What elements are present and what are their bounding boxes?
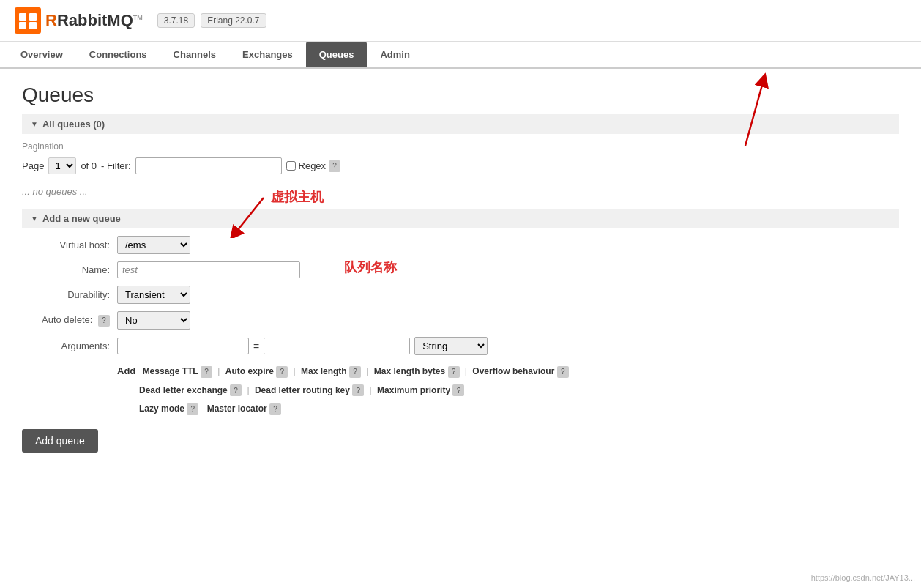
arg-key-input[interactable]	[117, 338, 249, 354]
annotation-vhost-text: 虚拟主机	[271, 188, 324, 206]
pagination-row: Page 1 of 0 - Filter: Regex ?	[22, 157, 899, 174]
regex-label: Regex	[299, 160, 327, 171]
logo: RRabbitMQTM	[15, 7, 143, 34]
max-length-bytes-help[interactable]: ?	[448, 366, 460, 378]
auto-delete-help-button[interactable]: ?	[98, 315, 110, 327]
all-queues-section-header[interactable]: ▼ All queues (0)	[22, 114, 899, 134]
filter-label: - Filter:	[101, 160, 130, 171]
auto-delete-select[interactable]: No Yes	[117, 311, 190, 330]
add-queue-label: Add a new queue	[42, 213, 121, 224]
page-title: Queues	[22, 83, 899, 107]
add-links-row2: Dead letter exchange ? | Dead letter rou…	[117, 383, 899, 399]
page-content: Queues ▼ All queues (0) Pagination Page …	[0, 69, 921, 467]
link-master-locator[interactable]: Master locator	[207, 403, 267, 414]
add-links-row1: Add Message TTL ? | Auto expire ? | Max …	[117, 362, 899, 380]
link-auto-expire[interactable]: Auto expire	[225, 366, 274, 376]
svg-rect-1	[19, 13, 26, 21]
regex-help-button[interactable]: ?	[329, 160, 340, 172]
page-select[interactable]: 1	[48, 157, 76, 174]
add-queue-collapse-arrow: ▼	[31, 215, 38, 223]
message-ttl-help[interactable]: ?	[201, 366, 212, 378]
auto-delete-label: Auto delete: ?	[22, 314, 110, 327]
collapse-arrow: ▼	[31, 120, 38, 128]
add-label: Add	[117, 365, 135, 376]
link-dead-letter-routing-key[interactable]: Dead letter routing key	[255, 385, 350, 395]
link-max-length-bytes[interactable]: Max length bytes	[374, 366, 445, 376]
add-queue-section-header[interactable]: ▼ Add a new queue	[22, 209, 899, 228]
args-input-group: = String Number Boolean	[117, 337, 488, 355]
svg-rect-0	[15, 7, 41, 34]
arg-type-select[interactable]: String Number Boolean	[414, 337, 488, 355]
name-row: Name: 队列名称	[22, 261, 899, 278]
all-queues-label: All queues (0)	[42, 119, 105, 130]
equals-sign: =	[253, 340, 259, 352]
durability-select[interactable]: Transient Durable	[117, 286, 190, 304]
svg-rect-2	[29, 13, 37, 21]
virtual-host-label: Virtual host:	[22, 239, 110, 250]
dead-letter-routing-key-help[interactable]: ?	[352, 384, 364, 396]
link-dead-letter-exchange[interactable]: Dead letter exchange	[139, 385, 228, 395]
master-locator-help[interactable]: ?	[269, 403, 281, 415]
nav-exchanges[interactable]: Exchanges	[229, 42, 306, 67]
durability-label: Durability:	[22, 289, 110, 300]
auto-delete-row: Auto delete: ? No Yes	[22, 311, 899, 330]
rabbitmq-logo-icon	[15, 7, 41, 34]
max-length-help[interactable]: ?	[349, 366, 361, 378]
arg-value-input[interactable]	[264, 338, 410, 354]
arguments-label: Arguments:	[22, 340, 110, 351]
annotation-name-text: 队列名称	[344, 258, 397, 276]
name-input[interactable]	[117, 261, 300, 278]
arrow-annotation-top	[687, 69, 775, 149]
overflow-behaviour-help[interactable]: ?	[557, 366, 569, 378]
svg-rect-3	[19, 22, 26, 29]
virtual-host-row: Virtual host: /ems	[22, 236, 899, 254]
link-message-ttl[interactable]: Message TTL	[143, 366, 198, 376]
page-label: Page	[22, 160, 44, 171]
erlang-badge: Erlang 22.0.7	[201, 13, 266, 28]
pagination-label: Pagination	[22, 141, 899, 152]
link-max-length[interactable]: Max length	[301, 366, 347, 376]
maximum-priority-help[interactable]: ?	[452, 384, 464, 396]
link-maximum-priority[interactable]: Maximum priority	[377, 385, 450, 395]
regex-checkbox[interactable]	[286, 161, 296, 171]
regex-check: Regex ?	[286, 160, 341, 172]
nav-connections[interactable]: Connections	[76, 42, 160, 67]
nav-admin[interactable]: Admin	[367, 42, 422, 67]
main-nav: Overview Connections Channels Exchanges …	[0, 42, 921, 69]
link-lazy-mode[interactable]: Lazy mode	[139, 403, 184, 414]
add-links-row3: Lazy mode ? Master locator ?	[117, 401, 899, 417]
auto-expire-help[interactable]: ?	[276, 366, 288, 378]
durability-row: Durability: Transient Durable	[22, 286, 899, 304]
lazy-mode-help[interactable]: ?	[187, 403, 198, 415]
add-queue-form: Virtual host: /ems Name: 队列名称 Durability…	[22, 236, 899, 417]
nav-queues[interactable]: Queues	[306, 42, 368, 67]
add-queue-button[interactable]: Add queue	[22, 429, 98, 453]
filter-input[interactable]	[135, 157, 282, 174]
arguments-row: Arguments: = String Number Boolean	[22, 337, 899, 355]
link-overflow-behaviour[interactable]: Overflow behaviour	[472, 366, 554, 376]
name-label: Name:	[22, 264, 110, 275]
app-header: RRabbitMQTM 3.7.18 Erlang 22.0.7	[0, 0, 921, 42]
dead-letter-exchange-help[interactable]: ?	[230, 384, 242, 396]
nav-overview[interactable]: Overview	[7, 42, 76, 67]
virtual-host-select[interactable]: /ems	[117, 236, 190, 254]
no-queues-message: ... no queues ...	[22, 186, 899, 197]
of-label: of 0	[81, 160, 97, 171]
version-badge: 3.7.18	[157, 13, 195, 28]
svg-rect-4	[29, 22, 37, 29]
nav-channels[interactable]: Channels	[160, 42, 230, 67]
logo-text: RRabbitMQTM	[45, 11, 143, 30]
